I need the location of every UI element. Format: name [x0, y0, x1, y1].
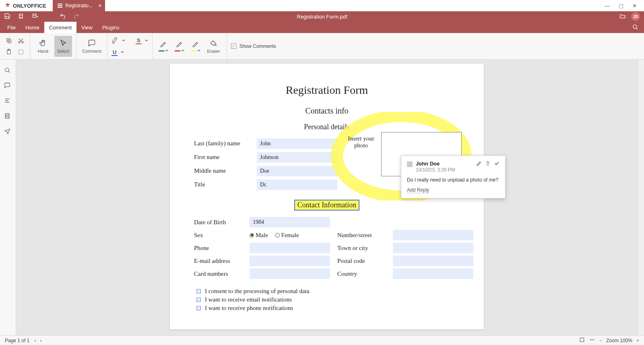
title-bar: ONLYOFFICE Registratio... × — ▢ ✕	[0, 0, 644, 11]
status-bar: Page 1 of 1 ‹ › − Zoom 100% +	[0, 335, 644, 345]
comment-add-reply[interactable]: Add Reply	[407, 187, 429, 193]
rail-feedback-icon[interactable]	[4, 128, 12, 136]
tab-title: Registratio...	[66, 3, 93, 8]
svg-rect-0	[19, 15, 23, 17]
svg-rect-13	[580, 338, 584, 341]
canvas-area[interactable]: Registration Form Contacts info Personal…	[16, 60, 638, 335]
label-email: E-mail address	[194, 258, 242, 264]
highlight-button[interactable]	[111, 37, 119, 45]
label-phone: Phone	[194, 245, 242, 252]
paste-icon[interactable]	[4, 47, 14, 57]
svg-rect-11	[5, 114, 9, 118]
svg-point-2	[633, 25, 637, 28]
prev-page-icon[interactable]: ‹	[34, 338, 36, 343]
open-location-icon[interactable]	[619, 13, 626, 21]
tab-menu-icon[interactable]	[58, 4, 62, 8]
rail-search-icon[interactable]	[4, 67, 12, 75]
consent-row-1[interactable]: I want to receive email notifications	[194, 296, 460, 303]
quick-print-icon[interactable]	[31, 13, 39, 21]
input-first-name[interactable]	[257, 152, 337, 163]
close-window-icon[interactable]: ✕	[632, 3, 637, 9]
menu-comment[interactable]: Comment	[44, 22, 76, 33]
input-phone[interactable]	[250, 243, 330, 253]
label-title: Title	[194, 180, 254, 190]
save-icon[interactable]	[4, 13, 10, 21]
underline-dropdown-icon[interactable]	[121, 52, 124, 55]
pen-green-button[interactable]	[157, 41, 170, 52]
document-title: Registration Form.pdf	[297, 14, 347, 20]
maximize-icon[interactable]: ▢	[619, 3, 623, 9]
window-controls: — ▢ ✕	[597, 0, 644, 11]
zoom-out-icon[interactable]: −	[599, 338, 602, 343]
radio-female[interactable]: Female	[275, 232, 299, 239]
label-dob: Date of Birth	[194, 219, 242, 226]
app-name: ONLYOFFICE	[13, 3, 46, 9]
input-postal[interactable]	[393, 256, 473, 266]
comment-date: 10/10/23, 3:20 PM	[416, 167, 455, 173]
workspace: Registration Form Contacts info Personal…	[0, 60, 644, 335]
menu-file[interactable]: File	[2, 22, 21, 33]
close-tab-icon[interactable]: ×	[98, 2, 101, 9]
select-all-icon[interactable]	[16, 47, 26, 57]
menu-view[interactable]: View	[76, 22, 97, 33]
menu-home[interactable]: Home	[21, 22, 44, 33]
zoom-level: Zoom 100%	[606, 338, 632, 343]
menu-plugins[interactable]: Plugins	[97, 22, 124, 33]
input-country[interactable]	[393, 269, 473, 279]
search-icon[interactable]	[632, 24, 638, 31]
show-comments-checkbox[interactable]: ✓ Show Comments	[231, 43, 276, 49]
rail-headings-icon[interactable]	[4, 97, 12, 105]
comment-delete-icon[interactable]	[485, 161, 491, 167]
highlight-dropdown-icon[interactable]	[122, 40, 125, 43]
redo-icon[interactable]	[73, 13, 80, 21]
input-cards[interactable]	[250, 269, 330, 279]
add-comment-button[interactable]: Comment	[80, 36, 103, 57]
input-middle-name[interactable]	[257, 166, 337, 176]
app-logo: ONLYOFFICE	[0, 0, 53, 11]
input-dob[interactable]	[250, 217, 330, 227]
logo-icon	[5, 3, 10, 8]
fit-page-icon[interactable]	[579, 337, 585, 344]
form-title: Registration Form	[194, 84, 460, 97]
comment-resolve-icon[interactable]	[494, 161, 500, 167]
consent-row-2[interactable]: I want to receive phone notifications	[194, 305, 460, 312]
select-tool-button[interactable]: Select	[54, 36, 72, 57]
minimize-icon[interactable]: —	[605, 3, 610, 9]
pen-yellow-button[interactable]	[189, 41, 202, 52]
rail-thumbnails-icon[interactable]	[4, 113, 12, 121]
comment-text: Do I really need to unpload a photo of m…	[407, 177, 500, 183]
svg-rect-9	[19, 50, 23, 54]
label-middle-name: Middle name	[194, 166, 254, 176]
strikeout-dropdown-icon[interactable]	[145, 40, 148, 43]
strikeout-button[interactable]: S	[136, 37, 142, 44]
eraser-button[interactable]: Eraser	[205, 36, 223, 57]
copy-icon[interactable]	[4, 36, 14, 45]
pen-red-button[interactable]	[173, 41, 186, 52]
next-page-icon[interactable]: ›	[40, 338, 41, 343]
label-postal: Postal code	[337, 258, 386, 264]
undo-icon[interactable]	[60, 13, 66, 21]
document-tab[interactable]: Registratio... ×	[53, 0, 105, 11]
input-town[interactable]	[393, 243, 473, 253]
fit-width-icon[interactable]	[589, 337, 595, 343]
comment-user: John Doe	[416, 161, 455, 167]
input-email[interactable]	[250, 256, 330, 266]
rail-comments-icon[interactable]	[4, 82, 12, 90]
input-number-street[interactable]	[393, 230, 473, 240]
input-last-name[interactable]	[257, 138, 337, 149]
radio-male[interactable]: Male	[250, 232, 268, 239]
comment-edit-icon[interactable]	[476, 161, 482, 167]
input-title[interactable]	[257, 180, 337, 190]
underline-button[interactable]: U	[111, 49, 118, 56]
menu-bar: File Home Comment View Plugins	[0, 22, 644, 33]
label-first-name: First name	[194, 152, 254, 163]
label-town: Town or city	[337, 245, 386, 252]
zoom-in-icon[interactable]: +	[636, 338, 639, 343]
user-avatar[interactable]: JD	[631, 12, 640, 21]
quick-access-toolbar: Registration Form.pdf JD	[0, 11, 644, 22]
consent-row-0[interactable]: I consent to the processing of personal …	[194, 288, 460, 295]
hand-tool-button[interactable]: Hand	[34, 36, 52, 57]
vertical-scrollbar[interactable]	[638, 60, 644, 335]
cut-icon[interactable]	[16, 36, 26, 45]
print-icon[interactable]	[18, 13, 24, 21]
